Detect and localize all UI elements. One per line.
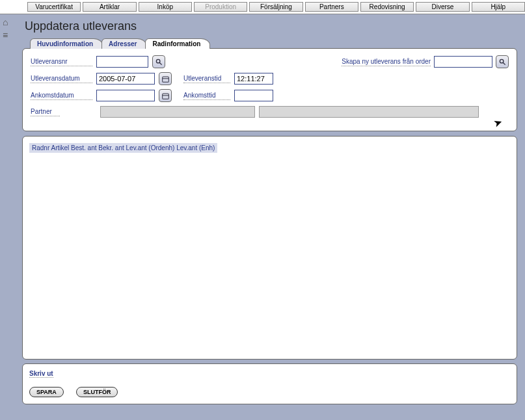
finish-button[interactable]: SLUTFÖR (76, 387, 118, 397)
svg-rect-6 (162, 94, 168, 99)
menu-artiklar[interactable]: Artiklar (83, 2, 136, 12)
tab-strip: Huvudinformation Adresser Radinformation (30, 38, 521, 49)
calendar-icon (162, 75, 169, 83)
search-icon (155, 59, 163, 66)
svg-rect-4 (162, 77, 168, 82)
grid-header: Radnr Artikel Best. ant Bekr. ant Lev.an… (29, 143, 217, 153)
home-icon[interactable]: ⌂ (3, 17, 13, 27)
tab-adresser[interactable]: Adresser (101, 38, 146, 49)
ankomstdatum-input[interactable] (96, 90, 155, 101)
svg-point-2 (500, 59, 504, 63)
save-button[interactable]: SPARA (29, 387, 64, 397)
menu-forsaljning[interactable]: Försäljning (249, 2, 303, 12)
menu-produktion: Produktion (194, 2, 247, 12)
skapa-order-input[interactable] (434, 56, 492, 68)
menu-inkop[interactable]: Inköp (139, 2, 192, 12)
partner-input-2[interactable] (259, 106, 479, 118)
menu-varucertifikat[interactable]: Varucertifikat (27, 2, 81, 12)
ankomsttid-label: Ankomsttid (183, 92, 230, 100)
svg-line-1 (159, 62, 161, 64)
page-title: Uppdatera utleverans (18, 16, 521, 38)
svg-point-0 (156, 59, 160, 63)
list-icon[interactable]: ≡ (3, 30, 13, 40)
utleveransdatum-calendar-button[interactable] (159, 72, 172, 85)
calendar-icon (162, 92, 169, 99)
content-area: Uppdatera utleverans Huvudinformation Ad… (18, 16, 521, 416)
menu-partners[interactable]: Partners (305, 2, 358, 12)
skapa-search-button[interactable] (496, 55, 509, 68)
search-icon (499, 59, 506, 66)
left-toolbar: ⌂ ≡ (3, 17, 16, 43)
utleveransdatum-label: Utleveransdatum (31, 75, 92, 83)
bottom-panel: Skriv ut SPARA SLUTFÖR (22, 363, 517, 404)
ankomsttid-input[interactable] (234, 90, 273, 101)
utleveransnr-label: Utleveransnr (31, 58, 92, 66)
menu-hjalp[interactable]: Hjälp (472, 2, 525, 12)
form-panel: Utleveransnr Skapa ny utleverans från or… (22, 48, 517, 131)
menu-diverse[interactable]: Diverse (416, 2, 469, 12)
tab-radinformation[interactable]: Radinformation (145, 38, 210, 49)
partner-label: Partner (31, 108, 60, 116)
utleveransdatum-input[interactable] (96, 73, 155, 85)
print-link[interactable]: Skriv ut (29, 370, 53, 378)
tab-huvudinformation[interactable]: Huvudinformation (30, 38, 103, 49)
svg-line-3 (503, 62, 505, 64)
main-menu-bar: Varucertifikat Artiklar Inköp Produktion… (0, 0, 525, 14)
skapa-label: Skapa ny utleverans från order (342, 58, 431, 66)
utleveranstid-label: Utleveranstid (183, 75, 230, 83)
utleveranstid-input[interactable] (234, 73, 273, 85)
utleveransnr-input[interactable] (96, 56, 148, 68)
menu-redovisning[interactable]: Redovisning (360, 2, 414, 12)
ankomstdatum-label: Ankomstdatum (31, 92, 92, 100)
grid-panel: Radnr Artikel Best. ant Bekr. ant Lev.an… (22, 136, 517, 360)
ankomstdatum-calendar-button[interactable] (159, 89, 172, 102)
partner-input-1[interactable] (100, 106, 255, 118)
utleveransnr-search-button[interactable] (152, 55, 165, 68)
